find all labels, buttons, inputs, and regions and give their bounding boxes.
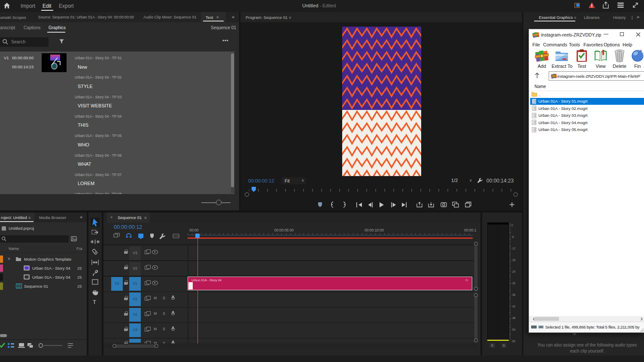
svg-text:T: T bbox=[93, 299, 96, 305]
